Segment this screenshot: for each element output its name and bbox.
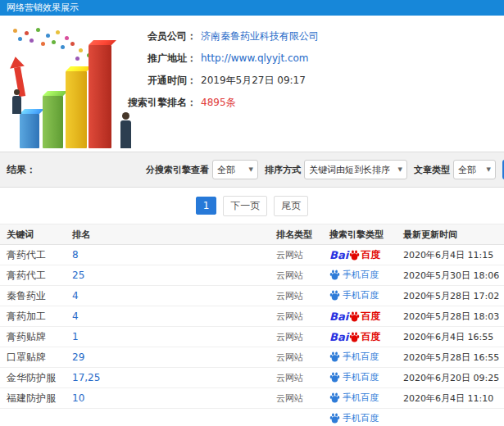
page-button-1[interactable]: 1 — [196, 197, 217, 215]
rank-cell[interactable]: 25 — [72, 270, 276, 281]
results-section-label: 结果： — [7, 163, 36, 177]
sort-filter-value: 关键词由短到长排序 — [309, 164, 390, 176]
pagination: 1 下一页 尾页 — [0, 188, 504, 224]
table-row: 秦鲁药业 4 云网站 手机百度 2020年5月28日 17:02 — [0, 286, 504, 306]
baidu-paw-icon — [349, 311, 360, 322]
mobile-baidu-logo: 手机百度 — [329, 392, 379, 404]
updated-cell: 2020年5月28日 16:55 — [403, 351, 504, 364]
baidu-paw-icon — [329, 413, 340, 424]
member-company-row: 会员公司： 济南秦鲁药业科技有限公司 — [107, 29, 319, 43]
mobile-baidu-logo: 手机百度 — [329, 371, 379, 383]
header-rank: 排名 — [72, 229, 276, 241]
rank-count-row: 搜索引擎排名： 4895条 — [107, 95, 319, 110]
baidu-paw-icon — [349, 332, 360, 342]
mobile-baidu-logo: 手机百度 — [329, 351, 379, 363]
filter-bar: 结果： 分搜索引擎查看 全部 ▼ 排序方式 关键词由短到长排序 ▼ 文章类型 全… — [0, 152, 504, 188]
rank-type-cell: 云网站 — [276, 351, 329, 364]
chevron-down-icon: ▼ — [487, 166, 491, 173]
baidu-paw-icon — [329, 290, 340, 301]
chevron-down-icon: ▼ — [249, 166, 253, 173]
baidu-paw-icon — [329, 351, 340, 362]
engine-cell: 手机百度 — [329, 269, 403, 283]
table-row: 膏药代工 25 云网站 手机百度 2020年5月30日 18:06 — [0, 265, 504, 286]
window-titlebar: 网络营销效果展示 — [0, 0, 504, 16]
baidu-paw-icon — [329, 270, 340, 280]
rank-cell[interactable]: 4 — [72, 290, 276, 301]
keyword-cell: 膏药加工 — [7, 310, 72, 324]
table-row: 膏药加工 4 云网站 Bai百度 2020年5月28日 18:03 — [0, 306, 504, 327]
header-updated: 最新更新时间 — [403, 229, 504, 241]
sort-filter-select[interactable]: 关键词由短到长排序 ▼ — [304, 160, 407, 179]
blue-bar — [20, 114, 39, 148]
confetti-dots — [13, 29, 17, 33]
rank-type-cell: 云网站 — [276, 331, 329, 343]
yellow-bar — [66, 71, 87, 148]
keyword-cell: 膏药代工 — [7, 248, 72, 262]
member-fields: 会员公司： 济南秦鲁药业科技有限公司 推广地址： http://www.qlyy… — [107, 29, 319, 117]
rank-count-value: 4895条 — [201, 95, 236, 110]
rank-cell[interactable]: 10 — [72, 392, 276, 404]
businessman-figure-left — [10, 89, 23, 114]
keyword-cell: 口罩贴牌 — [7, 351, 72, 365]
last-page-button[interactable]: 尾页 — [274, 196, 308, 216]
keyword-cell: 秦鲁药业 — [7, 289, 72, 303]
table-row: 手机百度 — [0, 409, 504, 426]
table-row: 膏药代工 8 云网站 Bai百度 2020年6月4日 11:15 — [0, 245, 504, 265]
article-type-filter-value: 全部 — [458, 164, 476, 176]
rank-cell[interactable]: 29 — [72, 351, 276, 363]
updated-cell: 2020年6月4日 11:15 — [403, 249, 504, 261]
baidu-logo: Bai百度 — [329, 248, 380, 262]
engine-filter-label: 分搜索引擎查看 — [146, 164, 209, 176]
article-type-filter-select[interactable]: 全部 ▼ — [453, 160, 496, 179]
article-type-filter-label: 文章类型 — [414, 164, 450, 176]
rank-type-cell: 云网站 — [276, 290, 329, 302]
engine-cell: Bai百度 — [329, 248, 403, 262]
header-engine-type: 搜索引擎类型 — [329, 229, 403, 241]
marketing-effect-panel: 网络营销效果展示 会员公司： 济南秦鲁药业科技有限公司 — [0, 0, 504, 426]
keyword-cell: 膏药代工 — [7, 269, 72, 283]
table-row: 金华防护服 17,25 云网站 手机百度 2020年6月20日 09:25 — [0, 368, 504, 388]
rank-cell[interactable]: 1 — [72, 331, 276, 342]
results-table: 关键词 排名 排名类型 搜索引擎类型 最新更新时间 膏药代工 8 云网站 Bai… — [0, 224, 504, 426]
engine-cell: 手机百度 — [329, 412, 403, 426]
baidu-logo: Bai百度 — [329, 310, 380, 324]
page-title: 网络营销效果展示 — [7, 2, 79, 13]
open-time-row: 开通时间： 2019年5月27日 09:17 — [107, 73, 319, 88]
rank-cell[interactable]: 17,25 — [72, 372, 276, 383]
rank-type-cell: 云网站 — [276, 310, 329, 323]
open-time-value: 2019年5月27日 09:17 — [201, 73, 306, 88]
updated-cell: 2020年5月30日 18:06 — [403, 270, 504, 282]
baidu-logo: Bai百度 — [329, 330, 380, 344]
engine-cell: 手机百度 — [329, 371, 403, 385]
member-company-link[interactable]: 济南秦鲁药业科技有限公司 — [201, 29, 319, 43]
promo-url-row: 推广地址： http://www.qlyyjt.com — [107, 51, 319, 66]
sort-filter-label: 排序方式 — [265, 164, 301, 176]
promo-url-link[interactable]: http://www.qlyyjt.com — [201, 51, 309, 66]
engine-cell: 手机百度 — [329, 289, 403, 303]
header-rank-type: 排名类型 — [276, 229, 329, 241]
next-page-button[interactable]: 下一页 — [223, 196, 267, 216]
filter-controls: 分搜索引擎查看 全部 ▼ 排序方式 关键词由短到长排序 ▼ 文章类型 全部 ▼ … — [146, 160, 504, 179]
table-header: 关键词 排名 排名类型 搜索引擎类型 最新更新时间 — [0, 224, 504, 245]
mobile-baidu-logo: 手机百度 — [329, 412, 379, 424]
baidu-paw-icon — [329, 392, 340, 403]
engine-cell: 手机百度 — [329, 351, 403, 365]
header-keyword: 关键词 — [7, 229, 72, 241]
rank-cell[interactable]: 4 — [72, 310, 276, 322]
baidu-paw-icon — [349, 250, 360, 261]
updated-cell: 2020年6月20日 09:25 — [403, 372, 504, 384]
chevron-down-icon: ▼ — [398, 166, 402, 173]
member-info-section: 会员公司： 济南秦鲁药业科技有限公司 推广地址： http://www.qlyy… — [0, 16, 504, 152]
rank-type-cell: 云网站 — [276, 392, 329, 405]
member-company-label: 会员公司： — [107, 29, 197, 43]
keyword-cell: 福建防护服 — [7, 392, 72, 406]
businessman-figure-right — [118, 112, 133, 148]
engine-filter-select[interactable]: 全部 ▼ — [212, 160, 258, 179]
keyword-cell: 金华防护服 — [7, 371, 72, 385]
engine-filter-value: 全部 — [217, 164, 235, 176]
open-time-label: 开通时间： — [107, 73, 197, 88]
table-row: 膏药贴牌 1 云网站 Bai百度 2020年6月4日 16:55 — [0, 327, 504, 347]
engine-cell: Bai百度 — [329, 310, 403, 324]
rank-cell[interactable]: 8 — [72, 249, 276, 261]
rank-type-cell: 云网站 — [276, 270, 329, 282]
